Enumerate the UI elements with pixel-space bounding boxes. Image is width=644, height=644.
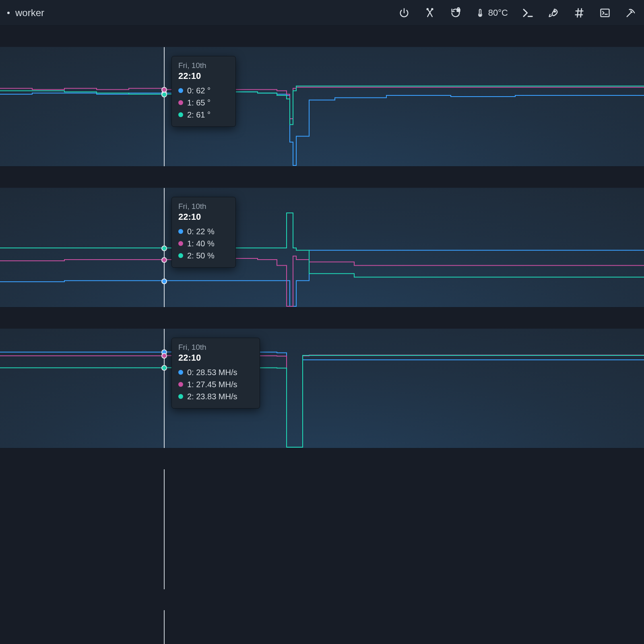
worker-title: worker — [15, 7, 44, 19]
tooltip-time: 22:10 — [178, 71, 229, 81]
pickaxe-icon[interactable] — [625, 7, 637, 19]
terminal-prompt-icon[interactable] — [522, 7, 534, 19]
chart-cursor-line — [164, 610, 165, 644]
temperature-indicator[interactable]: 80°C — [475, 7, 508, 19]
tooltip-row-1: 1: 27.45 MH/s — [178, 378, 253, 390]
temperature-chart[interactable]: Fri, 10th 22:10 0: 62 ° 1: 65 ° 2: 61 ° — [0, 47, 644, 167]
temperature-chart-plot — [0, 47, 644, 166]
chart-cursor-line — [164, 329, 165, 448]
hashrate-tooltip: Fri, 10th 22:10 0: 28.53 MH/s 1: 27.45 M… — [171, 338, 260, 409]
worker-title-group: worker — [7, 7, 44, 19]
console-icon[interactable] — [599, 7, 611, 19]
tooltip-row-0: 0: 28.53 MH/s — [178, 366, 253, 378]
tooltip-row-0: 0: 62 ° — [178, 85, 229, 97]
empty-chart-2[interactable] — [0, 610, 644, 644]
tooltip-row-1: 1: 65 ° — [178, 97, 229, 109]
tooltip-time: 22:10 — [178, 353, 253, 363]
status-dot — [7, 12, 10, 14]
chart-cursor-line — [164, 47, 165, 166]
tooltip-row-2: 2: 61 ° — [178, 109, 229, 121]
top-bar: worker 80°C — [0, 0, 644, 26]
tooltip-row-2: 2: 23.83 MH/s — [178, 390, 253, 402]
hashrate-chart[interactable]: Fri, 10th 22:10 0: 28.53 MH/s 1: 27.45 M… — [0, 328, 644, 448]
hashrate-chart-plot — [0, 329, 644, 448]
tooltip-row-2: 2: 50 % — [178, 250, 229, 262]
svg-point-1 — [431, 8, 433, 10]
tooltip-date: Fri, 10th — [178, 61, 229, 70]
tooltip-time: 22:10 — [178, 212, 229, 222]
tooltip-row-0: 0: 22 % — [178, 225, 229, 237]
temperature-value: 80°C — [488, 8, 508, 18]
fan-chart-plot — [0, 188, 644, 307]
empty-chart-1[interactable] — [0, 469, 644, 589]
refresh-lock-icon[interactable] — [450, 7, 462, 19]
shuffle-icon[interactable] — [424, 7, 436, 19]
svg-point-3 — [479, 14, 481, 15]
tooltip-date: Fri, 10th — [178, 202, 229, 211]
charts-area: Fri, 10th 22:10 0: 62 ° 1: 65 ° 2: 61 ° … — [0, 26, 644, 644]
toolbar-icons: 80°C — [398, 7, 637, 19]
fan-chart[interactable]: Fri, 10th 22:10 0: 22 % 1: 40 % 2: 50 % — [0, 188, 644, 308]
chart-cursor-line — [164, 469, 165, 589]
svg-rect-5 — [601, 9, 609, 17]
power-icon[interactable] — [398, 7, 410, 19]
fan-tooltip: Fri, 10th 22:10 0: 22 % 1: 40 % 2: 50 % — [171, 197, 236, 268]
svg-point-0 — [427, 8, 428, 10]
svg-point-4 — [554, 10, 555, 12]
tooltip-row-1: 1: 40 % — [178, 237, 229, 250]
svg-rect-2 — [456, 8, 460, 12]
hash-icon[interactable] — [573, 7, 585, 19]
tooltip-date: Fri, 10th — [178, 343, 253, 352]
temperature-tooltip: Fri, 10th 22:10 0: 62 ° 1: 65 ° 2: 61 ° — [171, 56, 236, 127]
rocket-icon[interactable] — [547, 7, 559, 19]
